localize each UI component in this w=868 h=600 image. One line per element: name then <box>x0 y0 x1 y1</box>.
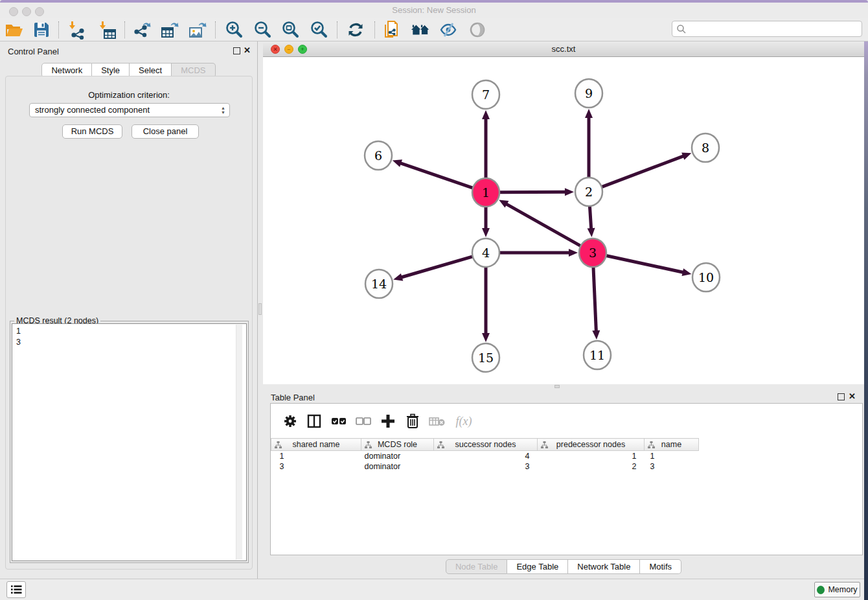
table-row[interactable]: 3dominator323 <box>271 461 863 472</box>
open-file-button[interactable] <box>5 20 24 40</box>
mcds-result-scrollbar[interactable] <box>236 325 242 560</box>
column-header-MCDS-role[interactable]: MCDS role <box>361 439 434 451</box>
graph-node-3[interactable]: 3 <box>579 238 606 267</box>
graph-node-1[interactable]: 1 <box>472 178 499 207</box>
table-cell[interactable]: dominator <box>361 461 434 472</box>
zoom-fit-button[interactable] <box>281 20 301 40</box>
toolbar-separator <box>124 21 125 38</box>
zoom-in-button[interactable] <box>225 20 244 40</box>
export-image-button[interactable] <box>188 20 207 40</box>
close-panel-icon[interactable]: ✕ <box>849 393 856 400</box>
column-header-successor-nodes[interactable]: successor nodes <box>434 439 538 451</box>
table-row[interactable]: 1dominator411 <box>271 451 863 462</box>
select-all-columns-button[interactable] <box>328 411 349 431</box>
float-panel-icon[interactable] <box>838 393 845 400</box>
table-cell[interactable]: 3 <box>645 461 699 472</box>
list-icon <box>10 584 22 595</box>
node-label: 11 <box>589 348 605 362</box>
graph-node-10[interactable]: 10 <box>692 263 720 292</box>
graph-node-9[interactable]: 9 <box>575 79 602 108</box>
graph-edge-2-9[interactable] <box>585 109 593 178</box>
graph-edge-3-10[interactable] <box>606 255 692 276</box>
zoom-network-button[interactable]: + <box>298 45 307 54</box>
eye-disabled-button[interactable] <box>468 20 487 40</box>
export-network-button[interactable] <box>132 20 152 40</box>
column-header-shared-name[interactable]: shared name <box>271 439 361 451</box>
import-table-button[interactable] <box>98 20 117 40</box>
table-settings-button[interactable] <box>280 411 301 431</box>
float-panel-icon[interactable] <box>233 47 240 54</box>
graph-edge-3-1[interactable] <box>499 200 580 246</box>
tab-network-table[interactable]: Network Table <box>568 559 640 574</box>
search-box[interactable] <box>672 21 862 37</box>
network-from-document-button[interactable] <box>382 20 402 40</box>
add-column-button[interactable] <box>378 411 398 431</box>
zoom-out-button[interactable] <box>253 20 273 40</box>
save-session-button[interactable] <box>32 20 51 40</box>
table-cell[interactable]: 2 <box>538 461 645 472</box>
graph-node-7[interactable]: 7 <box>472 80 499 109</box>
deselect-all-columns-button[interactable] <box>353 411 374 431</box>
zoom-window-button[interactable] <box>35 7 44 16</box>
graph-node-11[interactable]: 11 <box>584 341 611 369</box>
run-mcds-button[interactable]: Run MCDS <box>62 124 122 139</box>
delete-table-button[interactable] <box>427 411 448 431</box>
function-builder-button[interactable]: f(x) <box>451 411 477 431</box>
refresh-button[interactable] <box>346 20 365 40</box>
checked-boxes-icon <box>331 417 347 426</box>
zoom-selected-button[interactable] <box>310 20 329 40</box>
table-cell[interactable]: 1 <box>538 451 645 462</box>
graph-edge-1-6[interactable] <box>393 159 473 188</box>
task-history-button[interactable] <box>6 581 26 598</box>
tab-motifs[interactable]: Motifs <box>640 559 681 574</box>
graph-node-8[interactable]: 8 <box>692 133 719 162</box>
eye-disabled-icon <box>468 20 487 40</box>
optimization-criterion-select[interactable]: strongly connected component ▲▼ <box>29 103 230 117</box>
graph-node-2[interactable]: 2 <box>575 178 602 206</box>
node-label: 15 <box>478 351 494 365</box>
close-panel-button[interactable]: Close panel <box>131 124 199 139</box>
minimize-window-button[interactable] <box>22 7 31 16</box>
graph-node-15[interactable]: 15 <box>472 343 499 372</box>
close-window-button[interactable] <box>9 7 18 16</box>
memory-button[interactable]: Memory <box>814 582 860 597</box>
graph-node-6[interactable]: 6 <box>365 141 392 170</box>
table-cell[interactable]: dominator <box>361 451 434 462</box>
graph-node-14[interactable]: 14 <box>365 270 393 298</box>
close-network-button[interactable]: ✕ <box>271 45 280 54</box>
graph-edge-4-15[interactable] <box>482 267 490 342</box>
graph-node-4[interactable]: 4 <box>472 238 499 267</box>
graph-edge-2-3[interactable] <box>588 206 595 237</box>
minimize-network-button[interactable]: − <box>284 45 293 54</box>
network-canvas[interactable]: 7968124314101511 <box>263 57 864 384</box>
tab-edge-table[interactable]: Edge Table <box>507 559 568 574</box>
graph-edge-4-3[interactable] <box>499 249 578 257</box>
table-cell[interactable]: 1 <box>645 451 699 462</box>
table-cell[interactable]: 4 <box>434 451 538 462</box>
hide-panel-button[interactable] <box>439 20 458 40</box>
graph-edge-2-8[interactable] <box>602 153 692 187</box>
graph-edge-3-11[interactable] <box>592 267 600 340</box>
tab-node-table[interactable]: Node Table <box>446 559 508 574</box>
horizontal-splitter[interactable] <box>263 384 864 389</box>
column-header-name[interactable]: name <box>645 439 699 451</box>
node-label: 8 <box>702 141 709 155</box>
network-window-titlebar[interactable]: ✕ − + scc.txt <box>263 41 864 57</box>
column-header-predecessor-nodes[interactable]: predecessor nodes <box>538 439 645 451</box>
vertical-splitter[interactable] <box>258 41 263 579</box>
close-panel-icon[interactable]: ✕ <box>244 47 251 54</box>
search-input[interactable] <box>687 22 862 36</box>
graph-edge-1-2[interactable] <box>499 188 574 196</box>
export-table-button[interactable] <box>160 20 179 40</box>
split-panel-button[interactable] <box>304 411 325 431</box>
mcds-result-box[interactable]: 1 3 <box>12 323 247 561</box>
graph-edge-1-4[interactable] <box>482 207 490 237</box>
graph-edge-1-7[interactable] <box>482 110 490 178</box>
graph-edge-4-14[interactable] <box>393 257 473 281</box>
home-button[interactable] <box>411 20 430 40</box>
delete-column-button[interactable] <box>402 411 423 431</box>
table-cell[interactable]: 3 <box>434 461 538 472</box>
table-cell[interactable]: 1 <box>271 451 361 462</box>
import-network-button[interactable] <box>67 20 87 40</box>
table-cell[interactable]: 3 <box>271 461 361 472</box>
